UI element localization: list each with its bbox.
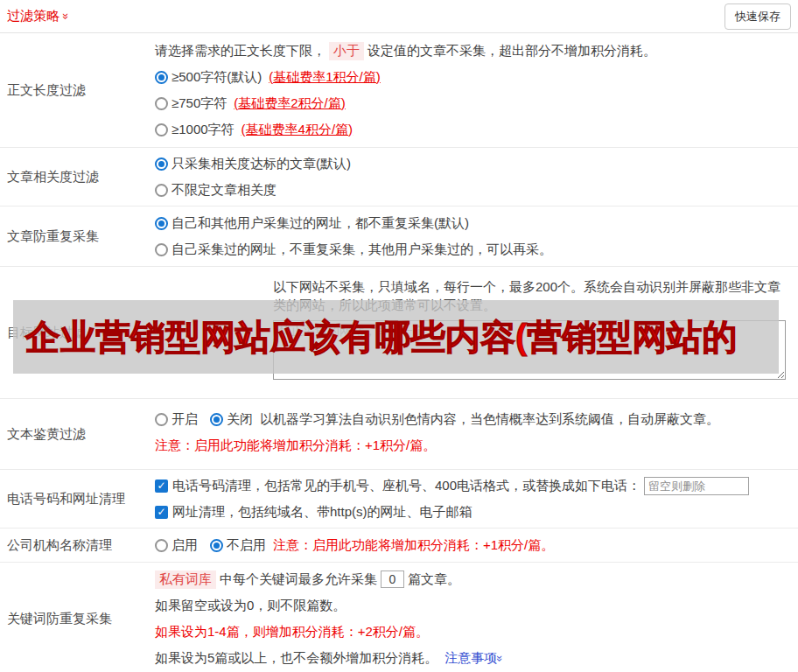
row-porn-detection-filter: 文本鉴黄过滤 开启 关闭 以机器学习算法自动识别色情内容，当色情概率达到系统阈值… bbox=[0, 399, 798, 470]
url-cleanup-label: 网址清理，包括纯域名、带http(s)的网址、电子邮箱 bbox=[172, 504, 472, 521]
radio-unselected-icon[interactable] bbox=[155, 413, 168, 426]
option-500-chars[interactable]: ≥500字符(默认) (基础费率1积分/篇) bbox=[155, 64, 798, 90]
option-relevance-any[interactable]: 不限定文章相关度 bbox=[155, 177, 798, 203]
quick-save-button[interactable]: 快速保存 bbox=[724, 4, 791, 30]
porn-filter-description: 以机器学习算法自动识别色情内容，当色情概率达到系统阈值，自动屏蔽文章。 bbox=[260, 411, 719, 428]
radio-selected-icon[interactable] bbox=[155, 217, 168, 230]
radio-unselected-icon[interactable] bbox=[155, 539, 168, 552]
option-750-chars[interactable]: ≥750字符 (基础费率2积分/篇) bbox=[155, 90, 798, 116]
row-label: 文章防重复采集 bbox=[0, 206, 155, 266]
option-dedup-self-only[interactable]: 自己采集过的网址，不重复采集，其他用户采集过的，可以再采。 bbox=[155, 236, 798, 262]
checkbox-checked-icon[interactable]: ✓ bbox=[155, 480, 168, 493]
radio-unselected-icon[interactable] bbox=[155, 97, 168, 110]
cost-note: (基础费率2积分/篇) bbox=[234, 95, 346, 112]
row-article-relevance-filter: 文章相关度过滤 只采集相关度达标的文章(默认) 不限定文章相关度 bbox=[0, 148, 798, 206]
cost-note: (基础费率4积分/篇) bbox=[242, 122, 354, 138]
radio-unselected-icon[interactable] bbox=[155, 243, 168, 256]
radio-selected-icon[interactable] bbox=[210, 539, 223, 552]
row-article-dedup: 文章防重复采集 自己和其他用户采集过的网址，都不重复采集(默认) 自己采集过的网… bbox=[0, 206, 798, 267]
option-relevance-only[interactable]: 只采集相关度达标的文章(默认) bbox=[155, 150, 798, 177]
row-body-length-filter: 正文长度过滤 请选择需求的正文长度下限， 小于 设定值的文章不采集，超出部分不增… bbox=[0, 33, 798, 148]
body-length-description: 请选择需求的正文长度下限， 小于 设定值的文章不采集，超出部分不增加积分消耗。 bbox=[155, 38, 798, 64]
cost-note: (基础费率1积分/篇) bbox=[269, 69, 381, 86]
target-site-description: 以下网站不采集，只填域名，每行一个，最多200个。系统会自动识别并屏蔽那些非文章… bbox=[273, 277, 786, 314]
radio-selected-icon[interactable] bbox=[155, 158, 168, 171]
porn-filter-cost-note: 注意：启用此功能将增加积分消耗：+1积分/篇。 bbox=[155, 432, 798, 458]
row-company-name-cleanup: 公司机构名称清理 启用 不启用 注意：启用此功能将增加积分消耗：+1积分/篇。 bbox=[0, 528, 798, 563]
row-keyword-dedup: 关键词防重复采集 私有词库 中每个关键词最多允许采集 篇文章。 如果留空或设为0… bbox=[0, 563, 798, 672]
filter-strategy-title[interactable]: 过滤策略 » bbox=[7, 8, 69, 24]
chevron-down-icon: » bbox=[494, 654, 506, 661]
page-header: 过滤策略 » 快速保存 bbox=[0, 0, 798, 33]
page-title-text: 过滤策略 bbox=[7, 8, 60, 24]
option-dedup-all-users[interactable]: 自己和其他用户采集过的网址，都不重复采集(默认) bbox=[155, 210, 798, 236]
blocked-sites-textarea[interactable] bbox=[273, 320, 786, 380]
row-label: 公司机构名称清理 bbox=[0, 528, 155, 562]
option-porn-off-label[interactable]: 关闭 bbox=[227, 411, 253, 428]
replacement-phone-input[interactable] bbox=[644, 477, 749, 495]
option-disable-label[interactable]: 不启用 bbox=[227, 537, 266, 554]
row-label: 关键词防重复采集 bbox=[0, 563, 155, 672]
keyword-dedup-note-unlimited: 如果留空或设为0，则不限篇数。 bbox=[155, 592, 798, 619]
phone-cleanup-label: 电话号码清理，包括常见的手机号、座机号、400电话格式，或替换成如下电话： bbox=[172, 478, 640, 494]
row-label: 文本鉴黄过滤 bbox=[0, 399, 155, 469]
row-label: 目标网站过滤 bbox=[0, 267, 155, 398]
option-enable-label[interactable]: 启用 bbox=[172, 537, 198, 554]
private-thesaurus-badge: 私有词库 bbox=[155, 570, 216, 589]
chevron-down-icon: » bbox=[60, 13, 72, 19]
option-1000-chars[interactable]: ≥1000字符 (基础费率4积分/篇) bbox=[155, 116, 798, 143]
max-articles-count-input[interactable] bbox=[381, 570, 404, 588]
row-label: 电话号码和网址清理 bbox=[0, 470, 155, 528]
radio-selected-icon[interactable] bbox=[155, 71, 168, 84]
radio-unselected-icon[interactable] bbox=[155, 184, 168, 197]
option-porn-on-label[interactable]: 开启 bbox=[172, 411, 198, 428]
radio-selected-icon[interactable] bbox=[210, 413, 223, 426]
row-phone-url-cleanup: 电话号码和网址清理 ✓ 电话号码清理，包括常见的手机号、座机号、400电话格式，… bbox=[0, 470, 798, 528]
notice-link[interactable]: 注意事项 bbox=[444, 650, 497, 667]
less-than-badge: 小于 bbox=[329, 42, 364, 60]
radio-unselected-icon[interactable] bbox=[155, 123, 168, 136]
row-target-site-filter: 目标网站过滤 以下网站不采集，只填域名，每行一个，最多200个。系统会自动识别并… bbox=[0, 267, 798, 399]
row-label: 正文长度过滤 bbox=[0, 33, 155, 147]
keyword-dedup-cost-note: 如果设为1-4篇，则增加积分消耗：+2积分/篇。 bbox=[155, 619, 798, 645]
keyword-dedup-note-five-plus: 如果设为5篇或以上，也不会额外增加积分消耗。 bbox=[155, 650, 438, 667]
row-label: 文章相关度过滤 bbox=[0, 148, 155, 206]
checkbox-checked-icon[interactable]: ✓ bbox=[155, 506, 168, 519]
company-cleanup-cost-note: 注意：启用此功能将增加积分消耗：+1积分/篇。 bbox=[273, 537, 554, 554]
